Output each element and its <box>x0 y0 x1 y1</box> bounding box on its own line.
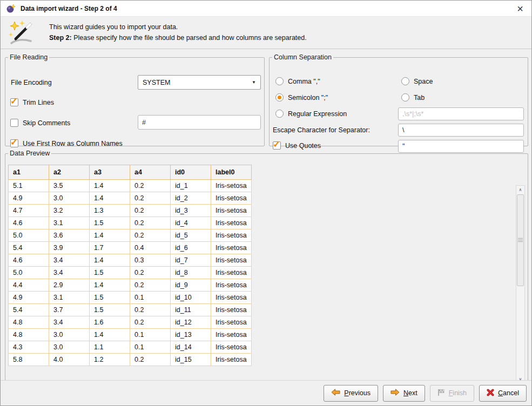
step-text: Please specify how the file should be pa… <box>73 34 307 42</box>
table-row: 4.63.11.50.2id_4Iris-setosa <box>9 217 252 229</box>
table-cell: id_13 <box>171 329 211 341</box>
checkbox-checked-icon <box>10 139 18 147</box>
table-cell: 3.2 <box>49 205 90 217</box>
table-cell: id_15 <box>171 354 211 366</box>
table-cell: id_5 <box>171 229 211 242</box>
table-cell: 3.1 <box>49 292 90 304</box>
use-quotes-checkbox[interactable]: Use Quotes <box>273 141 321 150</box>
table-cell: 1.4 <box>90 329 130 341</box>
chevron-down-icon: ▼ <box>252 80 256 85</box>
escape-character-input[interactable] <box>398 124 524 137</box>
table-cell: 4.9 <box>9 192 49 205</box>
trim-lines-checkbox[interactable]: Trim Lines <box>10 98 54 106</box>
radio-unselected-icon <box>401 77 409 85</box>
table-cell: Iris-setosa <box>211 254 252 267</box>
data-import-wizard-dialog: Data import wizard - Step 2 of 4 × This … <box>0 0 532 406</box>
table-cell: 0.2 <box>130 304 171 316</box>
table-cell: 0.4 <box>130 242 171 254</box>
table-cell: id_1 <box>171 180 211 192</box>
scrollbar-thumb[interactable] <box>517 194 524 286</box>
table-cell: 1.4 <box>90 229 130 242</box>
cancel-button[interactable]: Cancel <box>479 385 527 402</box>
table-cell: 1.5 <box>90 292 130 304</box>
table-cell: 4.8 <box>9 329 49 341</box>
table-row: 4.63.41.40.3id_7Iris-setosa <box>9 254 252 267</box>
table-cell: 1.5 <box>90 217 130 229</box>
table-cell: Iris-setosa <box>211 180 252 192</box>
table-cell: 5.0 <box>9 267 49 279</box>
file-encoding-label: File Encoding <box>11 79 52 86</box>
wizard-step-line: Step 2: Please specify how the file shou… <box>49 33 307 43</box>
table-cell: 1.7 <box>90 242 130 254</box>
table-cell: 1.3 <box>90 205 130 217</box>
checkered-flag-icon <box>437 389 445 398</box>
table-cell: 3.4 <box>49 254 90 267</box>
separator-space-radio[interactable]: Space <box>401 77 433 85</box>
table-cell: 1.5 <box>90 267 130 279</box>
table-cell: 1.6 <box>90 316 130 329</box>
table-cell: id_4 <box>171 217 211 229</box>
skip-comments-input[interactable] <box>138 115 261 130</box>
table-cell: Iris-setosa <box>211 192 252 205</box>
radio-unselected-icon <box>401 93 409 102</box>
table-cell: 3.0 <box>49 329 90 341</box>
table-cell: 0.2 <box>130 316 171 329</box>
table-cell: Iris-setosa <box>211 316 252 329</box>
table-cell: id_7 <box>171 254 211 267</box>
column-separation-title: Column Separation <box>272 53 333 61</box>
red-x-icon <box>487 389 494 398</box>
table-row: 4.93.11.50.1id_10Iris-setosa <box>9 292 252 304</box>
vertical-scrollbar[interactable]: ∧ ∨ <box>516 185 525 384</box>
column-separation-group: Column Separation Comma "," Space Semico… <box>269 53 528 146</box>
column-header: a4 <box>130 165 171 180</box>
table-cell: 4.4 <box>9 279 49 292</box>
arrow-left-icon <box>331 389 340 397</box>
table-row: 5.43.91.70.4id_6Iris-setosa <box>9 242 252 254</box>
table-cell: 5.1 <box>9 180 49 192</box>
preview-table: a1a2a3a4id0label0 5.13.51.40.2id_1Iris-s… <box>8 165 252 366</box>
column-header: id0 <box>171 165 211 180</box>
table-cell: 0.2 <box>130 205 171 217</box>
table-cell: 4.0 <box>49 354 90 366</box>
table-cell: 0.2 <box>130 279 171 292</box>
table-cell: 1.4 <box>90 279 130 292</box>
separator-tab-radio[interactable]: Tab <box>401 93 425 102</box>
table-cell: Iris-setosa <box>211 229 252 242</box>
table-cell: Iris-setosa <box>211 329 252 341</box>
scroll-up-icon[interactable]: ∧ <box>516 186 524 194</box>
wizard-instructions: This wizard guides you to import your da… <box>49 22 307 43</box>
skip-comments-checkbox[interactable]: Skip Comments <box>10 119 70 127</box>
separator-regex-radio[interactable]: Regular Expression <box>275 110 347 118</box>
table-cell: id_11 <box>171 304 211 316</box>
table-cell: 3.0 <box>49 192 90 205</box>
arrow-right-icon <box>390 389 400 397</box>
wizard-app-icon <box>6 4 16 13</box>
file-encoding-select[interactable]: SYSTEM ▼ <box>138 75 261 90</box>
next-button[interactable]: Next <box>383 385 425 402</box>
separator-comma-radio[interactable]: Comma "," <box>275 77 320 85</box>
table-row: 5.43.71.50.2id_11Iris-setosa <box>9 304 252 316</box>
close-icon[interactable]: × <box>514 4 526 13</box>
table-cell: id_8 <box>171 267 211 279</box>
table-cell: id_6 <box>171 242 211 254</box>
table-cell: Iris-setosa <box>211 304 252 316</box>
table-cell: id_3 <box>171 205 211 217</box>
table-cell: Iris-setosa <box>211 354 252 366</box>
table-cell: 3.6 <box>49 229 90 242</box>
table-cell: 4.8 <box>9 316 49 329</box>
file-reading-group: File Reading File Encoding SYSTEM ▼ Trim… <box>5 53 265 146</box>
regex-input[interactable] <box>398 107 524 120</box>
radio-unselected-icon <box>275 110 284 118</box>
table-cell: 5.4 <box>9 242 49 254</box>
table-cell: 3.5 <box>49 180 90 192</box>
table-cell: Iris-setosa <box>211 267 252 279</box>
previous-button[interactable]: Previous <box>324 385 378 402</box>
first-row-column-names-checkbox[interactable]: Use First Row as Column Names <box>10 139 123 147</box>
separator-semicolon-radio[interactable]: Semicolon ";" <box>275 93 328 102</box>
checkbox-checked-icon <box>273 141 281 150</box>
table-row: 4.83.41.60.2id_12Iris-setosa <box>9 316 252 329</box>
column-header: label0 <box>211 165 252 180</box>
table-row: 4.33.01.10.1id_14Iris-setosa <box>9 341 252 354</box>
space-label: Space <box>414 78 433 85</box>
table-cell: 5.0 <box>9 229 49 242</box>
